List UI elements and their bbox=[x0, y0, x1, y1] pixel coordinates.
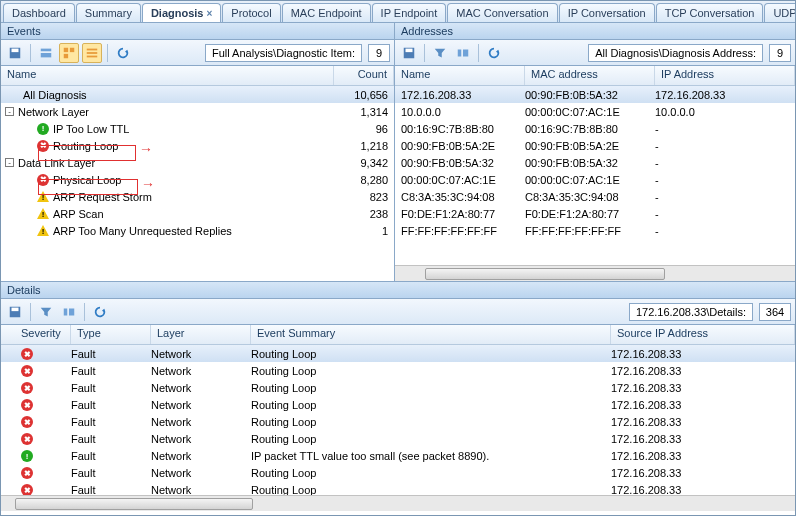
detail-row[interactable]: ✖FaultNetworkRouting Loop172.16.208.33 bbox=[1, 464, 795, 481]
tree-row[interactable]: ✖Physical Loop8,280 bbox=[1, 171, 394, 188]
events-tree[interactable]: All Diagnosis10,656-Network Layer1,314!I… bbox=[1, 86, 394, 281]
address-row[interactable]: 00:90:FB:0B:5A:2E00:90:FB:0B:5A:2E- bbox=[395, 137, 795, 154]
details-breadcrumb: 172.16.208.33\Details: bbox=[629, 303, 753, 321]
svg-rect-6 bbox=[64, 53, 68, 57]
filter-icon[interactable] bbox=[430, 43, 450, 63]
addresses-count: 9 bbox=[769, 44, 791, 62]
tree-row[interactable]: -Network Layer1,314 bbox=[1, 103, 394, 120]
error-icon: ✖ bbox=[21, 416, 33, 428]
address-row[interactable]: 00:16:9C:7B:8B:8000:16:9C:7B:8B:80- bbox=[395, 120, 795, 137]
svg-rect-15 bbox=[12, 307, 19, 311]
addresses-table[interactable]: 172.16.208.3300:90:FB:0B:5A:32172.16.208… bbox=[395, 86, 795, 265]
tab-tcp-conversation[interactable]: TCP Conversation bbox=[656, 3, 764, 22]
address-row[interactable]: C8:3A:35:3C:94:08C8:3A:35:3C:94:08- bbox=[395, 188, 795, 205]
details-toolbar: 172.16.208.33\Details: 364 bbox=[1, 299, 795, 325]
save-icon[interactable] bbox=[5, 302, 25, 322]
detail-row[interactable]: ✖FaultNetworkRouting Loop172.16.208.33 bbox=[1, 430, 795, 447]
tab-bar: DashboardSummaryDiagnosis ×ProtocolMAC E… bbox=[1, 1, 795, 23]
details-hscroll[interactable] bbox=[1, 495, 795, 511]
events-breadcrumb: Full Analysis\Diagnostic Item: bbox=[205, 44, 362, 62]
address-row[interactable]: 172.16.208.3300:90:FB:0B:5A:32172.16.208… bbox=[395, 86, 795, 103]
svg-rect-16 bbox=[64, 308, 68, 315]
close-icon[interactable]: × bbox=[206, 8, 212, 19]
col-addr-ip[interactable]: IP Address bbox=[655, 66, 795, 85]
error-icon: ✖ bbox=[21, 433, 33, 445]
addresses-toolbar: All Diagnosis\Diagnosis Address: 9 bbox=[395, 40, 795, 66]
svg-rect-9 bbox=[87, 55, 98, 57]
tree-expander-icon[interactable]: - bbox=[5, 107, 14, 116]
tree-row[interactable]: !IP Too Low TTL96 bbox=[1, 120, 394, 137]
save-icon[interactable] bbox=[399, 43, 419, 63]
address-row[interactable]: F0:DE:F1:2A:80:77F0:DE:F1:2A:80:77- bbox=[395, 205, 795, 222]
col-count[interactable]: Count bbox=[334, 66, 394, 85]
addresses-breadcrumb: All Diagnosis\Diagnosis Address: bbox=[588, 44, 763, 62]
view-flat-icon[interactable] bbox=[82, 43, 102, 63]
col-type[interactable]: Type bbox=[71, 325, 151, 344]
tab-summary[interactable]: Summary bbox=[76, 3, 141, 22]
tab-protocol[interactable]: Protocol bbox=[222, 3, 280, 22]
address-row[interactable]: 00:90:FB:0B:5A:3200:90:FB:0B:5A:32- bbox=[395, 154, 795, 171]
tab-udp[interactable]: UDP bbox=[764, 3, 796, 22]
view-log-icon[interactable] bbox=[36, 43, 56, 63]
col-addr-name[interactable]: Name bbox=[395, 66, 525, 85]
warning-icon bbox=[37, 191, 49, 202]
tab-diagnosis[interactable]: Diagnosis × bbox=[142, 3, 221, 22]
refresh-icon[interactable] bbox=[113, 43, 133, 63]
details-title: Details bbox=[1, 282, 795, 299]
address-row[interactable]: 10.0.0.000:00:0C:07:AC:1E10.0.0.0 bbox=[395, 103, 795, 120]
svg-rect-7 bbox=[87, 48, 98, 50]
group-icon[interactable] bbox=[453, 43, 473, 63]
addresses-hscroll[interactable] bbox=[395, 265, 795, 281]
events-count: 9 bbox=[368, 44, 390, 62]
tree-row[interactable]: ARP Request Storm823 bbox=[1, 188, 394, 205]
ok-icon: ! bbox=[21, 450, 33, 462]
refresh-icon[interactable] bbox=[484, 43, 504, 63]
col-addr-mac[interactable]: MAC address bbox=[525, 66, 655, 85]
tab-ip-conversation[interactable]: IP Conversation bbox=[559, 3, 655, 22]
svg-rect-12 bbox=[458, 49, 462, 56]
error-icon: ✖ bbox=[21, 382, 33, 394]
tree-row[interactable]: -Data Link Layer9,342 bbox=[1, 154, 394, 171]
col-src[interactable]: Source IP Address bbox=[611, 325, 795, 344]
tab-ip-endpoint[interactable]: IP Endpoint bbox=[372, 3, 447, 22]
detail-row[interactable]: ✖FaultNetworkRouting Loop172.16.208.33 bbox=[1, 396, 795, 413]
tree-row[interactable]: All Diagnosis10,656 bbox=[1, 86, 394, 103]
detail-row[interactable]: ✖FaultNetworkRouting Loop172.16.208.33 bbox=[1, 345, 795, 362]
address-row[interactable]: 00:00:0C:07:AC:1E00:00:0C:07:AC:1E- bbox=[395, 171, 795, 188]
col-layer[interactable]: Layer bbox=[151, 325, 251, 344]
detail-row[interactable]: ✖FaultNetworkRouting Loop172.16.208.33 bbox=[1, 362, 795, 379]
tree-row[interactable]: ✖Routing Loop1,218 bbox=[1, 137, 394, 154]
error-icon: ✖ bbox=[21, 467, 33, 479]
address-row[interactable]: FF:FF:FF:FF:FF:FFFF:FF:FF:FF:FF:FF- bbox=[395, 222, 795, 239]
view-tree-icon[interactable] bbox=[59, 43, 79, 63]
error-icon: ✖ bbox=[21, 365, 33, 377]
detail-row[interactable]: ✖FaultNetworkRouting Loop172.16.208.33 bbox=[1, 379, 795, 396]
details-count: 364 bbox=[759, 303, 791, 321]
svg-rect-3 bbox=[41, 53, 52, 57]
group-icon[interactable] bbox=[59, 302, 79, 322]
detail-row[interactable]: !FaultNetworkIP packet TTL value too sma… bbox=[1, 447, 795, 464]
error-icon: ✖ bbox=[37, 140, 49, 152]
tree-row[interactable]: ARP Scan238 bbox=[1, 205, 394, 222]
ok-icon: ! bbox=[37, 123, 49, 135]
details-table[interactable]: ✖FaultNetworkRouting Loop172.16.208.33✖F… bbox=[1, 345, 795, 495]
svg-rect-8 bbox=[87, 52, 98, 54]
save-icon[interactable] bbox=[5, 43, 25, 63]
addresses-title: Addresses bbox=[395, 23, 795, 40]
col-severity[interactable]: Severity bbox=[1, 325, 71, 344]
col-summary[interactable]: Event Summary bbox=[251, 325, 611, 344]
tree-row[interactable]: ARP Too Many Unrequested Replies1 bbox=[1, 222, 394, 239]
tab-dashboard[interactable]: Dashboard bbox=[3, 3, 75, 22]
filter-icon[interactable] bbox=[36, 302, 56, 322]
col-name[interactable]: Name bbox=[1, 66, 334, 85]
svg-rect-5 bbox=[70, 47, 74, 51]
error-icon: ✖ bbox=[21, 484, 33, 495]
detail-row[interactable]: ✖FaultNetworkRouting Loop172.16.208.33 bbox=[1, 481, 795, 495]
tree-expander-icon[interactable]: - bbox=[5, 158, 14, 167]
svg-rect-2 bbox=[41, 48, 52, 51]
events-toolbar: Full Analysis\Diagnostic Item: 9 bbox=[1, 40, 394, 66]
refresh-icon[interactable] bbox=[90, 302, 110, 322]
detail-row[interactable]: ✖FaultNetworkRouting Loop172.16.208.33 bbox=[1, 413, 795, 430]
tab-mac-conversation[interactable]: MAC Conversation bbox=[447, 3, 557, 22]
tab-mac-endpoint[interactable]: MAC Endpoint bbox=[282, 3, 371, 22]
